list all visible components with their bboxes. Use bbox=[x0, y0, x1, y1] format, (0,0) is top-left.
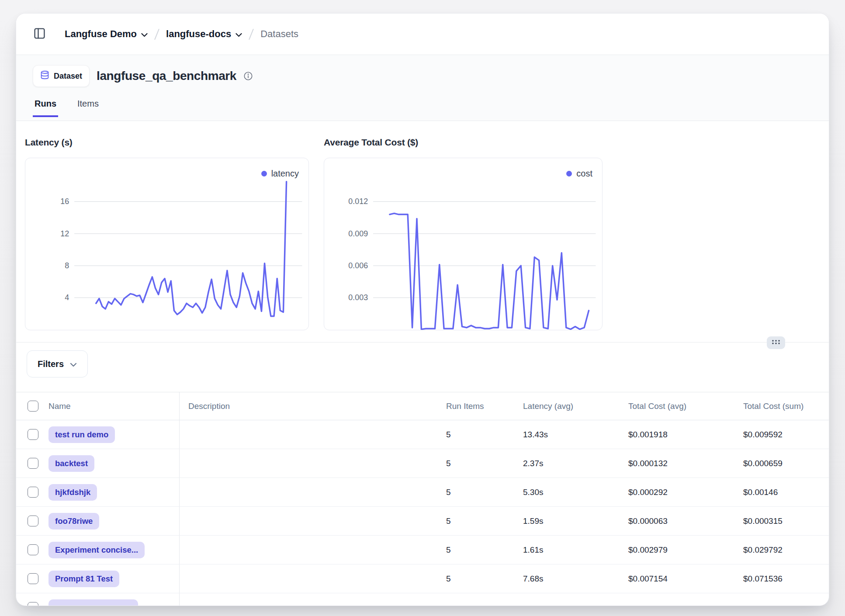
cost-legend[interactable]: cost bbox=[566, 169, 592, 179]
latency-chart-title: Latency (s) bbox=[25, 137, 309, 148]
svg-text:16: 16 bbox=[60, 197, 69, 206]
legend-dot-icon bbox=[566, 171, 572, 176]
total-cost-sum-cell: $0.000315 bbox=[734, 507, 829, 535]
svg-text:0.012: 0.012 bbox=[348, 197, 368, 206]
latency-avg-cell: 1.61s bbox=[514, 536, 619, 564]
run-name-cell: Prompt 81 Test bbox=[44, 564, 180, 593]
tab-items[interactable]: Items bbox=[76, 99, 100, 117]
run-name-cell bbox=[44, 593, 180, 606]
run-description-cell bbox=[180, 420, 437, 449]
table-row: foo78riwe51.59s$0.000063$0.000315 bbox=[16, 507, 829, 536]
run-items-cell: 5 bbox=[437, 478, 514, 506]
info-icon[interactable] bbox=[243, 71, 253, 81]
filters-button[interactable]: Filters bbox=[27, 350, 88, 377]
section-divider bbox=[16, 342, 829, 343]
run-name-badge[interactable]: foo78riwe bbox=[48, 513, 99, 529]
breadcrumb-org-label: Langfuse Demo bbox=[65, 28, 137, 40]
row-checkbox[interactable] bbox=[28, 487, 38, 498]
run-items-cell: 5 bbox=[437, 449, 514, 478]
row-checkbox[interactable] bbox=[28, 573, 38, 584]
svg-text:12: 12 bbox=[60, 229, 69, 238]
breadcrumb-project-selector[interactable]: langfuse-docs bbox=[166, 28, 242, 40]
breadcrumb-project-label: langfuse-docs bbox=[166, 28, 231, 40]
run-name-cell: test run demo bbox=[44, 420, 180, 449]
breadcrumb-org-selector[interactable]: Langfuse Demo bbox=[65, 28, 148, 40]
breadcrumb: Langfuse Demo langfuse-docs Datasets bbox=[65, 28, 298, 40]
top-bar: Langfuse Demo langfuse-docs Datasets bbox=[16, 14, 829, 55]
run-name-badge[interactable]: hjkfdshjk bbox=[48, 484, 97, 501]
run-name-badge[interactable]: Prompt 81 Test bbox=[48, 571, 119, 587]
row-checkbox-cell bbox=[16, 564, 44, 593]
table-row: Prompt 81 Test57.68s$0.007154$0.071536 bbox=[16, 564, 829, 593]
row-checkbox[interactable] bbox=[28, 544, 38, 555]
run-description-cell bbox=[180, 449, 437, 478]
run-name-badge[interactable] bbox=[48, 599, 138, 606]
table-row: test run demo513.43s$0.001918$0.009592 bbox=[16, 420, 829, 449]
svg-text:8: 8 bbox=[65, 261, 69, 270]
chevron-down-icon bbox=[235, 28, 242, 40]
run-description-cell bbox=[180, 593, 437, 606]
run-name-badge[interactable]: backtest bbox=[48, 455, 94, 472]
page-title: langfuse_qa_benchmark bbox=[97, 69, 236, 83]
run-description-cell bbox=[180, 507, 437, 535]
app-window: Langfuse Demo langfuse-docs Datasets Dat… bbox=[16, 13, 829, 606]
runs-table: Name Description Run Items Latency (avg)… bbox=[16, 392, 829, 606]
svg-text:0.003: 0.003 bbox=[348, 293, 368, 302]
total-cost-avg-cell: $0.007154 bbox=[619, 564, 734, 593]
row-checkbox[interactable] bbox=[28, 602, 38, 606]
row-checkbox[interactable] bbox=[28, 516, 38, 526]
svg-text:0.009: 0.009 bbox=[348, 229, 368, 238]
run-name-badge[interactable]: Experiment concise... bbox=[48, 542, 145, 558]
total-cost-avg-cell: $0.000132 bbox=[619, 449, 734, 478]
dataset-header: Dataset langfuse_qa_benchmark Runs Items bbox=[16, 55, 829, 121]
tab-runs[interactable]: Runs bbox=[33, 99, 58, 117]
sidebar-toggle-button[interactable] bbox=[33, 27, 46, 41]
run-items-cell: 5 bbox=[437, 536, 514, 564]
database-icon bbox=[40, 70, 49, 82]
run-items-cell: 5 bbox=[437, 564, 514, 593]
resize-handle[interactable] bbox=[767, 336, 785, 349]
latency-avg-cell: 5.30s bbox=[514, 478, 619, 506]
latency-avg-cell: 1.59s bbox=[514, 507, 619, 535]
column-header-description: Description bbox=[180, 392, 437, 420]
chevron-down-icon bbox=[70, 359, 77, 369]
latency-avg-cell bbox=[514, 593, 619, 606]
table-row bbox=[16, 593, 829, 606]
dataset-badge: Dataset bbox=[33, 65, 90, 87]
table-row: backtest52.37s$0.000132$0.000659 bbox=[16, 449, 829, 478]
run-name-cell: backtest bbox=[44, 449, 180, 478]
run-items-cell: 5 bbox=[437, 420, 514, 449]
table-row: hjkfdshjk55.30s$0.000292$0.00146 bbox=[16, 478, 829, 507]
filters-button-label: Filters bbox=[38, 359, 64, 369]
latency-legend[interactable]: latency bbox=[261, 169, 299, 179]
filters-row: Filters bbox=[16, 343, 829, 377]
total-cost-sum-cell bbox=[734, 593, 829, 606]
total-cost-avg-cell: $0.001918 bbox=[619, 420, 734, 449]
column-header-total-cost-avg: Total Cost (avg) bbox=[619, 392, 734, 420]
svg-text:0.006: 0.006 bbox=[348, 261, 368, 270]
chevron-down-icon bbox=[141, 28, 148, 40]
tabs: Runs Items bbox=[27, 99, 812, 117]
row-checkbox[interactable] bbox=[28, 458, 38, 469]
column-header-name: Name bbox=[44, 392, 180, 420]
row-checkbox-cell bbox=[16, 593, 44, 606]
total-cost-avg-cell: $0.000063 bbox=[619, 507, 734, 535]
row-checkbox[interactable] bbox=[28, 429, 38, 440]
run-name-cell: Experiment concise... bbox=[44, 536, 180, 564]
total-cost-avg-cell: $0.000292 bbox=[619, 478, 734, 506]
total-cost-avg-cell: $0.002979 bbox=[619, 536, 734, 564]
latency-chart: 481216 latency bbox=[25, 158, 309, 330]
cost-chart-title: Average Total Cost ($) bbox=[324, 137, 603, 148]
row-checkbox-cell bbox=[16, 449, 44, 478]
run-description-cell bbox=[180, 536, 437, 564]
charts-section: Latency (s) 481216 latency Average Total… bbox=[16, 121, 829, 330]
row-checkbox-cell bbox=[16, 478, 44, 506]
breadcrumb-separator bbox=[154, 28, 159, 40]
column-header-run-items: Run Items bbox=[437, 392, 514, 420]
select-all-checkbox[interactable] bbox=[28, 401, 38, 412]
total-cost-sum-cell: $0.071536 bbox=[734, 564, 829, 593]
legend-label: latency bbox=[271, 169, 299, 179]
run-name-badge[interactable]: test run demo bbox=[48, 426, 115, 443]
legend-dot-icon bbox=[261, 171, 267, 176]
panel-left-icon bbox=[33, 27, 46, 41]
